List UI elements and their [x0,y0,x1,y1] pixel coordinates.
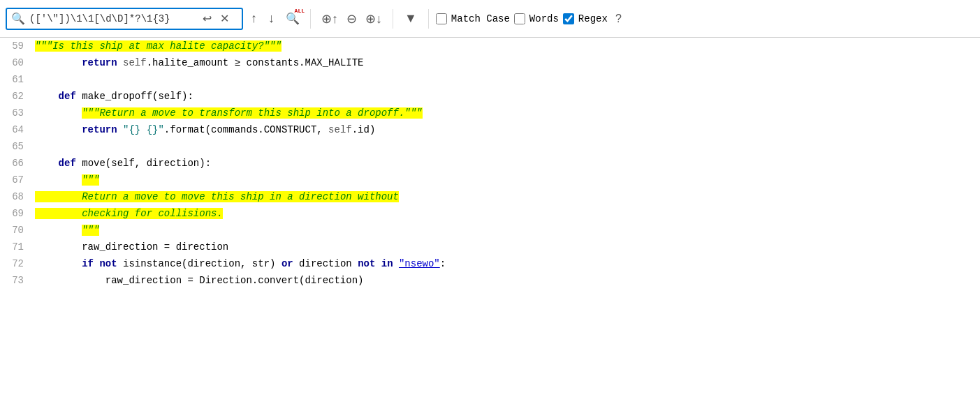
code-content: def move(self, direction): [35,155,980,172]
line-number: 66 [0,155,35,172]
code-content [35,71,980,88]
line-number: 70 [0,222,35,239]
words-label[interactable]: Words [514,13,559,24]
search-input-wrapper: 🔍 ↩ ✕ [6,8,243,30]
match-case-label[interactable]: Match Case [436,13,510,24]
code-content: raw_direction = direction [35,239,980,255]
line-number: 68 [0,188,35,205]
separator-3 [428,9,429,29]
table-row: 70 """ [0,222,980,239]
code-content: def make_dropoff(self): [35,88,980,105]
regex-checkbox[interactable] [563,13,574,24]
words-checkbox[interactable] [514,13,525,24]
undo-button[interactable]: ↩ [200,10,214,27]
table-row: 61 [0,71,980,88]
table-row: 69 checking for collisions. [0,205,980,222]
remove-cursor-button[interactable]: ⊖ [343,9,360,29]
all-badge-label: ALL [295,8,305,14]
line-number: 72 [0,255,35,272]
line-number: 64 [0,121,35,138]
line-number: 67 [0,172,35,188]
words-text: Words [529,13,559,24]
code-area: 59 """Is this ship at max halite capacit… [0,38,980,289]
search-bar: 🔍 ↩ ✕ ↑ ↓ 🔍 ALL ⊕↑ ⊖ ⊕↓ ▼ Match Case Wor… [0,0,980,38]
code-content: checking for collisions. [35,205,980,222]
line-number: 61 [0,71,35,88]
regex-label[interactable]: Regex [563,13,608,24]
code-content: return self.halite_amount ≥ constants.MA… [35,54,980,71]
code-content [35,138,980,155]
line-number: 62 [0,88,35,105]
code-content: """ [35,172,980,188]
cursor-buttons: ⊕↑ ⊖ ⊕↓ [318,9,386,29]
code-content: """Return a move to transform this ship … [35,105,980,121]
code-content: Return a move to move this ship in a dir… [35,188,980,205]
code-content: raw_direction = Direction.convert(direct… [35,272,980,289]
add-cursor-prev-button[interactable]: ⊕↑ [318,9,342,29]
line-number: 73 [0,272,35,289]
code-content: return "{} {}".format(commands.CONSTRUCT… [35,121,980,138]
table-row: 71 raw_direction = direction [0,239,980,255]
table-row: 73 raw_direction = Direction.convert(dir… [0,272,980,289]
next-match-button[interactable]: ↓ [265,9,278,28]
clear-button[interactable]: ✕ [217,10,232,27]
line-number: 71 [0,239,35,255]
table-row: 66 def move(self, direction): [0,155,980,172]
table-row: 60 return self.halite_amount ≥ constants… [0,54,980,71]
line-number: 69 [0,205,35,222]
code-content: """ [35,222,980,239]
search-icon[interactable]: 🔍 [10,10,27,27]
separator-1 [310,9,311,29]
prev-match-button[interactable]: ↑ [247,9,261,28]
filter-button[interactable]: ▼ [400,9,421,28]
table-row: 68 Return a move to move this ship in a … [0,188,980,205]
code-content: """Is this ship at max halite capacity?"… [35,38,980,54]
table-row: 63 """Return a move to transform this sh… [0,105,980,121]
line-number: 60 [0,54,35,71]
table-row: 64 return "{} {}".format(commands.CONSTR… [0,121,980,138]
table-row: 67 """ [0,172,980,188]
separator-2 [393,9,393,29]
line-number: 65 [0,138,35,155]
table-row: 65 [0,138,980,155]
help-button[interactable]: ? [612,11,625,27]
match-case-text: Match Case [451,13,510,24]
table-row: 59 """Is this ship at max halite capacit… [0,38,980,54]
match-case-checkbox[interactable] [436,13,447,24]
code-content: if not isinstance(direction, str) or dir… [35,255,980,272]
line-number: 63 [0,105,35,121]
table-row: 62 def make_dropoff(self): [0,88,980,105]
table-row: 72 if not isinstance(direction, str) or … [0,255,980,272]
add-cursor-next-button[interactable]: ⊕↓ [362,9,386,29]
search-input[interactable] [29,13,197,24]
regex-text: Regex [578,13,608,24]
find-all-wrapper: 🔍 ALL [282,9,303,28]
line-number: 59 [0,38,35,54]
